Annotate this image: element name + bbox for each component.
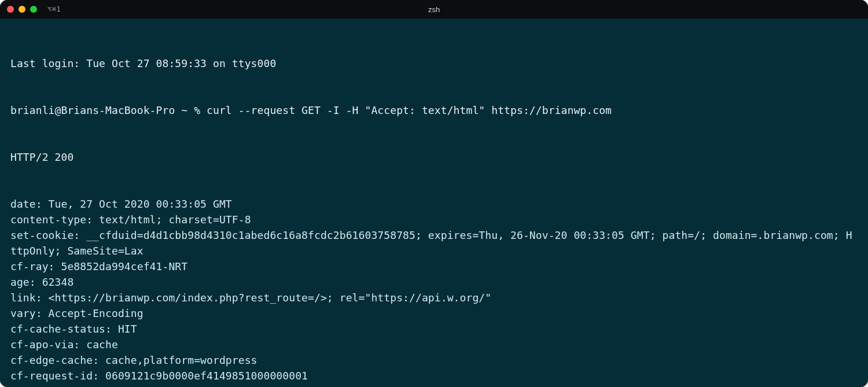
header-line: cf-request-id: 0609121c9b0000ef414985100… [10,368,858,384]
command-text: curl --request GET -I -H "Accept: text/h… [207,104,612,116]
header-key: content-type: [10,213,93,226]
header-value: __cfduid=d4d1cbb98d4310c1abed6c16a8fcdc2… [10,229,852,257]
header-value: text/html; charset=UTF-8 [93,213,251,226]
header-line: cf-edge-cache: cache,platform=wordpress [10,352,858,368]
header-value: cache [80,338,118,351]
last-login-line: Last login: Tue Oct 27 08:59:33 on ttys0… [10,56,858,71]
titlebar[interactable]: ⌥⌘1 zsh [0,0,868,19]
header-line: content-type: text/html; charset=UTF-8 [10,212,858,227]
header-line: age: 62348 [10,274,858,290]
header-key: age: [10,276,36,288]
terminal-window: ⌥⌘1 zsh Last login: Tue Oct 27 08:59:33 … [0,0,868,387]
header-key: cf-cache-status: [10,323,112,335]
header-value: <https://brianwp.com/index.php?rest_rout… [42,292,492,304]
header-key: cf-edge-cache: [10,354,99,366]
tab-label: ⌥⌘1 [47,5,61,13]
header-value: Tue, 27 Oct 2020 00:33:05 GMT [42,198,232,210]
traffic-lights [7,6,37,13]
header-line: cf-apo-via: cache [10,337,858,352]
header-line: date: Tue, 27 Oct 2020 00:33:05 GMT [10,196,858,212]
close-icon[interactable] [7,6,14,13]
header-value: Accept-Encoding [42,307,144,319]
header-value: 0609121c9b0000ef4149851000000001 [99,370,308,382]
shell-prompt: brianli@Brians-MacBook-Pro ~ % [10,104,207,116]
header-line: cf-ray: 5e8852da994cef41-NRT [10,259,858,274]
prompt-line: brianli@Brians-MacBook-Pro ~ % curl --re… [10,102,858,118]
header-value: 62348 [36,276,74,288]
window-title: zsh [428,5,440,14]
zoom-icon[interactable] [30,6,37,13]
header-value: HIT [112,323,137,335]
http-status-line: HTTP/2 200 [10,149,858,165]
header-key: set-cookie: [10,229,80,241]
header-line: expect-ct: max-age=604800, report-uri="h… [10,384,858,387]
header-line: link: <https://brianwp.com/index.php?res… [10,290,858,305]
header-line: cf-cache-status: HIT [10,321,858,337]
header-value: cache,platform=wordpress [99,354,257,366]
header-key: link: [10,292,42,304]
header-key: date: [10,198,42,210]
header-key: cf-request-id: [10,370,99,382]
header-key: vary: [10,307,42,319]
minimize-icon[interactable] [19,6,25,13]
terminal-output[interactable]: Last login: Tue Oct 27 08:59:33 on ttys0… [0,19,868,387]
header-line: vary: Accept-Encoding [10,305,858,321]
header-value: 5e8852da994cef41-NRT [55,260,188,272]
header-line: set-cookie: __cfduid=d4d1cbb98d4310c1abe… [10,227,858,259]
header-key: cf-ray: [10,260,55,272]
header-key: cf-apo-via: [10,338,80,351]
